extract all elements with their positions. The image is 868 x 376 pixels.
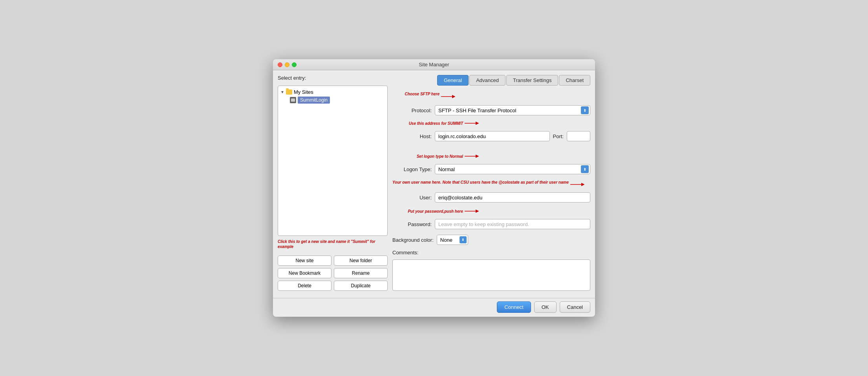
window-title: Site Manager	[419, 62, 449, 68]
host-label: Host:	[392, 133, 432, 139]
select-entry-label: Select entry:	[278, 75, 388, 81]
site-manager-window: Site Manager Select entry: ▼ My Sites Su…	[273, 59, 595, 317]
protocol-select[interactable]: SFTP - SSH File Transfer Protocol FTP - …	[435, 105, 590, 115]
folder-icon	[286, 89, 292, 95]
logon-select[interactable]: Normal Anonymous Ask for password Intera…	[435, 164, 590, 174]
button-grid: New site New folder New Bookmark Rename …	[278, 256, 388, 291]
maximize-button[interactable]	[292, 62, 297, 67]
protocol-row: Protocol: SFTP - SSH File Transfer Proto…	[392, 105, 590, 115]
annotation-logon: Set logon type to Normal	[392, 154, 463, 159]
user-input[interactable]	[435, 192, 590, 203]
tab-charset[interactable]: Charset	[559, 75, 590, 86]
annotation-host: Use this address for SUMMIT	[392, 121, 463, 126]
site-label: SummitLogin	[298, 97, 330, 104]
folder-my-sites[interactable]: ▼ My Sites	[280, 88, 385, 96]
main-content: Select entry: ▼ My Sites SummitLogin Cli…	[273, 70, 595, 296]
titlebar: Site Manager	[273, 59, 595, 70]
new-bookmark-button[interactable]: New Bookmark	[278, 268, 331, 278]
logon-label: Logon Type:	[392, 166, 432, 172]
arrow-host	[465, 120, 480, 126]
protocol-label: Protocol:	[392, 108, 432, 113]
traffic-lights	[278, 62, 297, 67]
protocol-select-wrapper: SFTP - SSH File Transfer Protocol FTP - …	[435, 105, 590, 115]
annotation-sftp: Choose SFTP here	[392, 92, 439, 96]
arrow-sftp	[441, 93, 457, 100]
tree-arrow: ▼	[280, 90, 284, 94]
user-row: User:	[392, 192, 590, 203]
cancel-button[interactable]: Cancel	[560, 301, 590, 313]
bg-color-row: Background color: None Red Green Blue Ye…	[392, 235, 590, 245]
right-panel: General Advanced Transfer Settings Chars…	[392, 75, 590, 291]
arrow-logon	[465, 153, 480, 159]
logon-row: Logon Type: Normal Anonymous Ask for pas…	[392, 164, 590, 174]
password-row: Password:	[392, 219, 590, 229]
tree-view: ▼ My Sites SummitLogin	[278, 86, 388, 236]
password-label: Password:	[392, 221, 432, 227]
arrow-user	[570, 181, 586, 188]
comments-label: Comments:	[392, 250, 590, 256]
port-label: Port:	[553, 133, 564, 139]
delete-button[interactable]: Delete	[278, 281, 331, 291]
arrow-password	[465, 208, 480, 214]
folder-label: My Sites	[294, 89, 313, 95]
host-row: Host: Port:	[392, 131, 590, 141]
connect-button[interactable]: Connect	[497, 301, 531, 313]
tree-site-item[interactable]: SummitLogin	[280, 96, 385, 104]
minimize-button[interactable]	[285, 62, 289, 67]
form-area: Choose SFTP here Protocol: SFTP - SSH Fi…	[392, 92, 590, 291]
comments-textarea[interactable]	[392, 259, 590, 291]
annotation-password: Put your password,push here	[392, 209, 463, 214]
annotation-new-site: Click this to get a new site and name it…	[278, 239, 388, 249]
password-input[interactable]	[435, 219, 590, 229]
tab-transfer-settings[interactable]: Transfer Settings	[506, 75, 559, 86]
tab-general[interactable]: General	[437, 75, 469, 86]
user-label: User:	[392, 195, 432, 201]
site-icon	[290, 97, 296, 103]
bg-color-label: Background color:	[392, 237, 434, 243]
tab-advanced[interactable]: Advanced	[469, 75, 505, 86]
site-icon-inner	[291, 99, 295, 102]
annotation-user: Your own user name here. Note that CSU u…	[392, 180, 569, 185]
close-button[interactable]	[278, 62, 282, 67]
ok-button[interactable]: OK	[534, 301, 557, 313]
rename-button[interactable]: Rename	[334, 268, 388, 278]
new-folder-button[interactable]: New folder	[334, 256, 388, 266]
bg-color-select[interactable]: None Red Green Blue Yellow	[437, 235, 468, 245]
new-site-button[interactable]: New site	[278, 256, 331, 266]
left-panel: Select entry: ▼ My Sites SummitLogin Cli…	[278, 75, 388, 291]
duplicate-button[interactable]: Duplicate	[334, 281, 388, 291]
logon-select-wrapper: Normal Anonymous Ask for password Intera…	[435, 164, 590, 174]
host-input[interactable]	[435, 131, 550, 141]
tabs: General Advanced Transfer Settings Chars…	[392, 75, 590, 86]
footer-buttons: Connect OK Cancel	[273, 298, 595, 317]
port-input[interactable]	[567, 131, 590, 141]
bg-select-wrapper: None Red Green Blue Yellow ⬍	[437, 235, 468, 245]
